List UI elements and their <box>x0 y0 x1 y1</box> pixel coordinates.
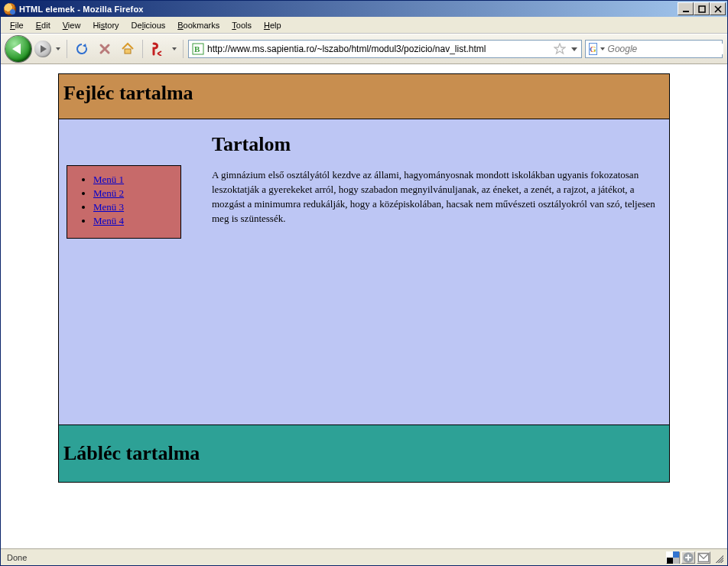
window-controls <box>678 2 726 15</box>
toolbar-separator <box>142 40 143 58</box>
svg-rect-6 <box>667 551 673 558</box>
svg-rect-1 <box>699 6 705 12</box>
toolbar-separator <box>183 40 184 58</box>
url-dropdown-button[interactable] <box>569 47 580 51</box>
status-bar: Done <box>1 548 727 565</box>
toolbar-separator <box>67 40 67 58</box>
svg-rect-8 <box>667 558 673 564</box>
bookmark-star-icon[interactable] <box>554 43 566 55</box>
url-input[interactable] <box>207 44 551 54</box>
menu-help[interactable]: Help <box>258 19 288 31</box>
page-body: Menü 1 Menü 2 Menü 3 Menü 4 Tartalom A g… <box>58 119 670 425</box>
page-footer: Lábléc tartalma <box>58 425 670 483</box>
search-engine-dropdown[interactable] <box>600 47 605 50</box>
search-engine-icon[interactable]: G <box>589 43 597 55</box>
delicious-status-icon[interactable] <box>666 551 680 564</box>
page-header: Fejléc tartalma <box>58 73 670 119</box>
svg-rect-2 <box>125 49 131 54</box>
minimize-button[interactable] <box>678 2 694 15</box>
svg-rect-9 <box>673 558 679 564</box>
nav-link-2[interactable]: Menü 2 <box>93 187 124 199</box>
menu-history[interactable]: History <box>86 19 125 31</box>
flashgot-button[interactable] <box>148 39 167 59</box>
stop-button[interactable] <box>95 39 115 59</box>
mail-status-icon[interactable] <box>697 551 710 564</box>
noscript-status-icon[interactable] <box>681 551 695 564</box>
content-title: Tartalom <box>212 133 655 156</box>
nav-item: Menü 3 <box>93 201 176 213</box>
window-titlebar: HTML elemek - Mozilla Firefox <box>1 1 727 17</box>
menu-bookmarks[interactable]: Bookmarks <box>171 19 226 31</box>
firefox-window: HTML elemek - Mozilla Firefox File Edit … <box>0 0 728 566</box>
page-header-title: Fejléc tartalma <box>63 82 665 105</box>
menubar: File Edit View History Delicious Bookmar… <box>1 17 727 34</box>
reload-button[interactable] <box>72 39 92 59</box>
content-body: A gimnázium első osztályától kezdve az á… <box>212 168 655 226</box>
nav-item: Menü 1 <box>93 174 176 186</box>
menu-file[interactable]: File <box>4 19 30 31</box>
menu-edit[interactable]: Edit <box>30 19 57 31</box>
nav-link-1[interactable]: Menü 1 <box>93 174 124 185</box>
browser-viewport: Fejléc tartalma Menü 1 Menü 2 Menü 3 Men… <box>1 64 727 548</box>
nav-link-3[interactable]: Menü 3 <box>93 201 124 213</box>
menu-delicious[interactable]: Delicious <box>125 19 172 31</box>
home-button[interactable] <box>118 39 138 59</box>
svg-text:B: B <box>194 44 200 54</box>
page-footer-title: Lábléc tartalma <box>63 442 665 465</box>
navigation-toolbar: B G <box>1 34 727 64</box>
svg-rect-0 <box>683 11 689 12</box>
maximize-button[interactable] <box>694 2 710 15</box>
back-button[interactable] <box>5 36 31 62</box>
status-icons <box>666 551 710 564</box>
status-text: Done <box>4 553 666 562</box>
svg-rect-7 <box>673 551 679 558</box>
menu-view[interactable]: View <box>57 19 87 31</box>
nav-link-4[interactable]: Menü 4 <box>93 215 124 226</box>
firefox-icon <box>4 3 16 15</box>
menu-tools[interactable]: Tools <box>226 19 258 31</box>
rendered-page: Fejléc tartalma Menü 1 Menü 2 Menü 3 Men… <box>58 73 670 483</box>
flashgot-dropdown[interactable] <box>171 47 178 50</box>
history-dropdown-button[interactable] <box>54 47 62 50</box>
search-bar[interactable]: G <box>585 40 723 58</box>
search-input[interactable] <box>608 44 723 54</box>
forward-button[interactable] <box>34 41 51 57</box>
nav-item: Menü 2 <box>93 187 176 200</box>
site-identity-icon[interactable]: B <box>192 43 204 55</box>
close-button[interactable] <box>710 2 726 15</box>
window-title: HTML elemek - Mozilla Firefox <box>19 5 678 14</box>
address-bar[interactable]: B <box>188 40 582 58</box>
nav-item: Menü 4 <box>93 215 176 227</box>
page-nav: Menü 1 Menü 2 Menü 3 Menü 4 <box>67 165 181 239</box>
resize-grip[interactable] <box>712 551 724 564</box>
